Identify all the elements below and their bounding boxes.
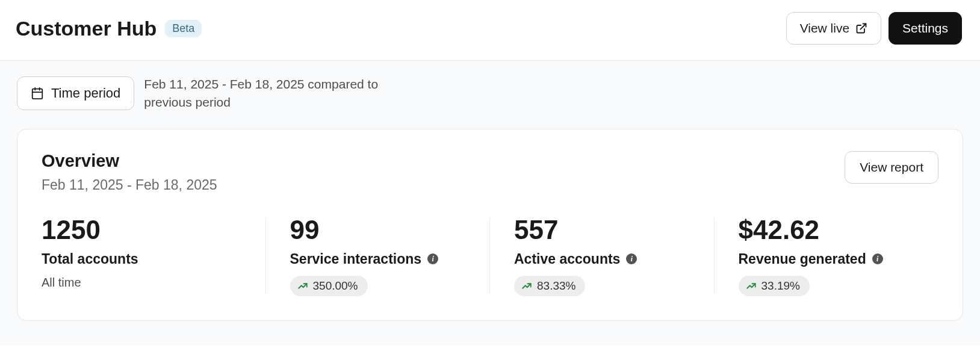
time-period-label: Time period <box>51 85 120 101</box>
trend-up-icon <box>521 281 532 291</box>
svg-line-0 <box>860 24 866 30</box>
metric-trend-wrap: 83.33% <box>514 276 696 296</box>
card-header: Overview Feb 11, 2025 - Feb 18, 2025 Vie… <box>42 151 938 193</box>
metric-label: Total accounts <box>42 251 138 267</box>
view-live-button[interactable]: View live <box>786 12 881 45</box>
trend-badge: 83.33% <box>514 276 585 296</box>
card-date-range: Feb 11, 2025 - Feb 18, 2025 <box>42 177 217 193</box>
metric-trend-wrap: 33.19% <box>739 276 921 296</box>
svg-rect-1 <box>33 89 43 99</box>
metric-value: 1250 <box>42 215 248 245</box>
metric-label: Active accounts <box>514 251 620 267</box>
metric-revenue-generated: $42.62 Revenue generated i 33.19% <box>715 215 939 296</box>
info-icon[interactable]: i <box>427 253 438 264</box>
card-header-text: Overview Feb 11, 2025 - Feb 18, 2025 <box>42 151 217 193</box>
beta-badge: Beta <box>165 20 202 37</box>
card-title: Overview <box>42 151 217 171</box>
metric-value: $42.62 <box>739 215 921 245</box>
info-icon[interactable]: i <box>872 253 883 264</box>
settings-button[interactable]: Settings <box>889 12 962 45</box>
metric-label-row: Active accounts i <box>514 251 696 267</box>
trend-value: 33.19% <box>761 279 800 293</box>
time-period-button[interactable]: Time period <box>17 76 134 110</box>
metrics-grid: 1250 Total accounts All time 99 Service … <box>42 215 938 296</box>
settings-label: Settings <box>902 21 948 36</box>
page-header: Customer Hub Beta View live Settings <box>0 0 980 61</box>
trend-value: 83.33% <box>537 279 575 293</box>
metric-trend-wrap: 350.00% <box>290 276 473 296</box>
trend-badge: 33.19% <box>739 276 810 296</box>
trend-badge: 350.00% <box>290 276 368 296</box>
metric-active-accounts: 557 Active accounts i 83.33% <box>490 215 715 296</box>
trend-up-icon <box>746 281 757 291</box>
header-actions: View live Settings <box>786 12 962 45</box>
info-icon[interactable]: i <box>626 253 637 264</box>
header-left: Customer Hub Beta <box>16 17 202 40</box>
metric-label: Revenue generated <box>739 251 866 267</box>
content-area: Time period Feb 11, 2025 - Feb 18, 2025 … <box>0 61 980 345</box>
metric-value: 99 <box>290 215 473 245</box>
page-title: Customer Hub <box>16 17 157 40</box>
metric-label: Service interactions <box>290 251 422 267</box>
view-live-label: View live <box>800 21 849 36</box>
overview-card: Overview Feb 11, 2025 - Feb 18, 2025 Vie… <box>17 129 963 321</box>
metric-label-row: Service interactions i <box>290 251 473 267</box>
metric-label-row: Total accounts <box>42 251 248 267</box>
metric-value: 557 <box>514 215 696 245</box>
view-report-label: View report <box>860 160 923 174</box>
view-report-button[interactable]: View report <box>845 151 938 184</box>
filter-row: Time period Feb 11, 2025 - Feb 18, 2025 … <box>17 75 963 112</box>
trend-up-icon <box>297 281 308 291</box>
metric-service-interactions: 99 Service interactions i 350.00% <box>266 215 491 296</box>
calendar-icon <box>31 87 44 100</box>
trend-value: 350.00% <box>313 279 358 293</box>
metric-total-accounts: 1250 Total accounts All time <box>42 215 266 296</box>
metric-subtext: All time <box>42 276 248 290</box>
external-link-icon <box>855 22 867 34</box>
metric-label-row: Revenue generated i <box>739 251 921 267</box>
comparison-text: Feb 11, 2025 - Feb 18, 2025 compared to … <box>144 75 403 112</box>
